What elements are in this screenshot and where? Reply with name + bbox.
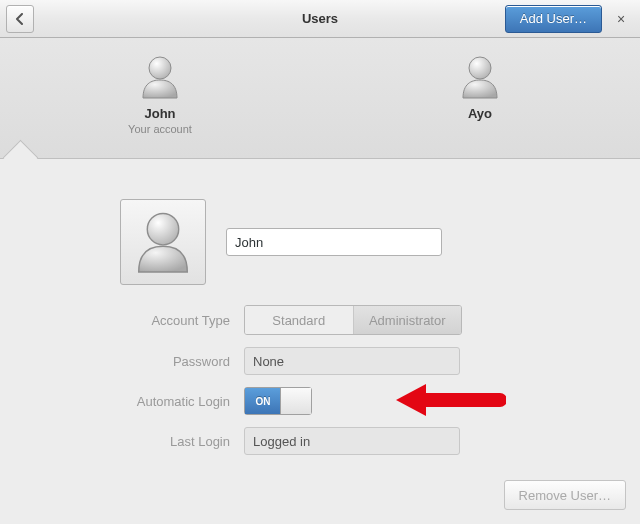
user-sublabel: Your account [128, 123, 192, 135]
automatic-login-toggle[interactable]: ON [244, 387, 312, 415]
automatic-login-label: Automatic Login [120, 394, 230, 409]
user-chooser: John Your account Ayo [0, 38, 640, 159]
toggle-knob [280, 388, 311, 414]
add-user-label: Add User… [520, 11, 587, 26]
account-type-option-standard[interactable]: Standard [245, 306, 353, 334]
svg-point-0 [149, 57, 171, 79]
remove-user-label: Remove User… [519, 488, 611, 503]
svg-point-1 [469, 57, 491, 79]
password-value: None [253, 354, 284, 369]
user-chooser-item[interactable]: John Your account [0, 38, 320, 158]
remove-user-button[interactable]: Remove User… [504, 480, 626, 510]
password-field[interactable]: None [244, 347, 460, 375]
svg-point-2 [147, 213, 178, 244]
last-login-field[interactable]: Logged in [244, 427, 460, 455]
close-icon: × [617, 11, 625, 27]
last-login-value: Logged in [253, 434, 310, 449]
back-button[interactable] [6, 5, 34, 33]
user-avatar-icon [139, 54, 181, 100]
user-avatar-icon [459, 54, 501, 100]
toggle-on-label: ON [245, 388, 281, 414]
password-label: Password [120, 354, 230, 369]
chevron-left-icon [15, 13, 25, 25]
add-user-button[interactable]: Add User… [505, 5, 602, 33]
full-name-input[interactable] [226, 228, 442, 256]
account-type-segmented[interactable]: Standard Administrator [244, 305, 462, 335]
account-type-label: Account Type [120, 313, 230, 328]
account-type-option-administrator[interactable]: Administrator [353, 306, 462, 334]
close-button[interactable]: × [608, 6, 634, 32]
user-name-label: Ayo [468, 106, 492, 121]
avatar-picker[interactable] [120, 199, 206, 285]
user-chooser-item[interactable]: Ayo [320, 38, 640, 158]
user-name-label: John [144, 106, 175, 121]
header-bar: Users Add User… × [0, 0, 640, 38]
user-avatar-icon [133, 209, 193, 275]
user-details: Account Type Standard Administrator Pass… [0, 159, 640, 455]
last-login-label: Last Login [120, 434, 230, 449]
